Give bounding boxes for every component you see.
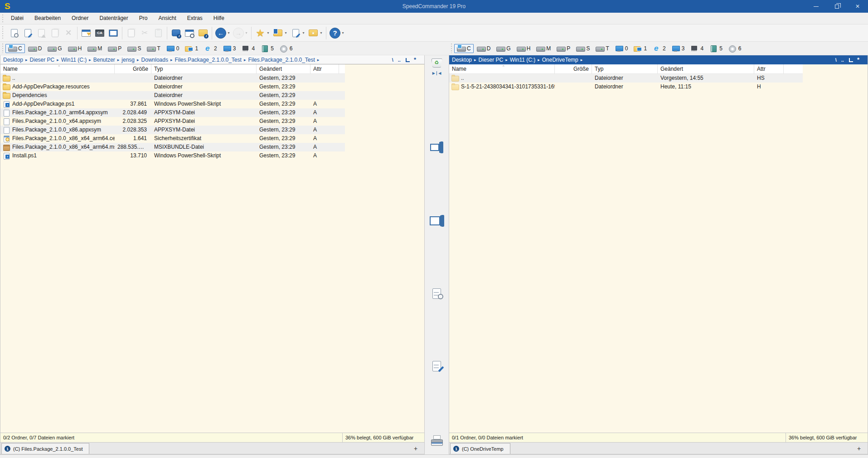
menu-item[interactable]: Bearbeiten (29, 13, 66, 24)
column-header-name[interactable]: Name⌃ (449, 64, 555, 74)
root-folder-icon[interactable]: \ (835, 56, 837, 64)
folder-properties-button[interactable]: ▾ (183, 27, 196, 39)
drive-button[interactable]: T (593, 44, 611, 53)
breadcrumb-segment[interactable]: jensg (121, 57, 136, 63)
back-button[interactable]: ▾ (214, 27, 232, 39)
drive-button[interactable]: 0 (612, 44, 631, 53)
folder-tab[interactable]: 1 (C) OneDriveTemp (450, 443, 510, 454)
menu-item[interactable]: Pro (134, 13, 153, 24)
file-row[interactable]: Dependencies Dateiordner Gestern, 23:29 (0, 91, 345, 100)
breadcrumb-segment[interactable]: Dieser PC (29, 57, 56, 63)
column-header-type[interactable]: Typ (151, 64, 257, 74)
file-row[interactable]: S-1-5-21-2438034341-3101735331-169365956… (449, 83, 803, 91)
parent-folder-icon[interactable]: .. (398, 56, 401, 64)
unpack-drop-target[interactable] (429, 213, 445, 229)
file-row[interactable]: Files.Package_2.1.0.0_arm64.appxsym 2.02… (0, 108, 345, 117)
drive-button[interactable]: H (514, 44, 533, 53)
folder-tab[interactable]: 1 (C) Files.Package_2.1.0.0_Test (1, 443, 89, 454)
close-button[interactable]: ✕ (847, 0, 868, 13)
drive-button[interactable]: 2 (650, 44, 669, 53)
drive-properties-button[interactable]: ▾ (169, 27, 183, 39)
edit-drop-target[interactable] (429, 358, 445, 374)
menu-item[interactable]: Extras (182, 13, 208, 24)
file-row[interactable]: Add-AppDevPackage.resources Dateiordner … (0, 83, 345, 91)
menu-item[interactable]: Datei (5, 13, 29, 24)
menu-item[interactable]: Ordner (66, 13, 94, 24)
file-row[interactable]: Add-AppDevPackage.ps1 37.861 Windows Pow… (0, 100, 345, 108)
drive-button[interactable]: 1 (631, 44, 650, 53)
dropdown-caret-icon[interactable]: ▾ (319, 31, 323, 35)
drive-button[interactable]: 1 (182, 44, 201, 53)
drive-button[interactable]: 4 (688, 44, 706, 53)
view-file-button[interactable]: ▾ (7, 27, 21, 39)
drive-button[interactable]: D (474, 44, 494, 53)
drive-button[interactable]: M (533, 44, 553, 53)
favorite-folders-button[interactable]: ▾ (306, 27, 324, 39)
path-bar-right[interactable]: Desktop▸Dieser PC▸Win11 (C:)▸OneDriveTem… (449, 55, 868, 64)
menu-item[interactable]: Hilfe (208, 13, 230, 24)
breadcrumb-segment[interactable]: Desktop (2, 57, 24, 63)
drive-button[interactable]: S (573, 44, 592, 53)
recycle-drop-target[interactable] (429, 55, 445, 71)
path-bar-left[interactable]: Desktop▸Dieser PC▸Win11 (C:)▸Benutzer▸je… (0, 55, 424, 64)
drive-button[interactable]: G (494, 44, 513, 53)
drive-button[interactable]: 5 (258, 44, 276, 53)
column-header-modified[interactable]: Geändert (658, 64, 754, 74)
drive-button[interactable]: C (5, 44, 25, 53)
breadcrumb-segment[interactable]: Desktop (451, 57, 473, 63)
pane-empty-area[interactable] (0, 160, 424, 433)
file-row[interactable]: Install.ps1 13.710 Windows PowerShell-Sk… (0, 151, 345, 160)
pane-empty-area[interactable] (449, 91, 868, 433)
select-frame-button[interactable]: ▾ (107, 27, 120, 39)
breadcrumb-segment[interactable]: Benutzer (92, 57, 116, 63)
quick-filter-icon[interactable]: * (857, 56, 859, 64)
folder-tree-icon[interactable] (405, 58, 409, 62)
view-drop-target[interactable] (429, 286, 445, 301)
file-row[interactable]: .. Dateiordner Gestern, 23:29 (0, 74, 345, 83)
filter-view-button[interactable]: ▾ (79, 27, 93, 39)
column-header-name[interactable]: Name⌃ (0, 64, 115, 74)
root-folder-icon[interactable]: \ (392, 56, 393, 64)
help-button[interactable]: ▾ (328, 27, 346, 39)
drive-button[interactable]: 2 (201, 44, 220, 53)
drive-button[interactable]: H (65, 44, 85, 53)
quick-edit-button[interactable]: ▾ (289, 27, 306, 39)
dropdown-caret-icon[interactable]: ▾ (227, 31, 231, 35)
toolbar-grip[interactable] (1, 26, 5, 39)
column-header-modified[interactable]: Geändert (257, 64, 310, 74)
folder-tree-icon[interactable] (849, 58, 853, 62)
breadcrumb-segment[interactable]: Win11 (C:) (509, 57, 536, 63)
breadcrumb-segment[interactable]: Files.Package_2.1.0.0_Test (247, 57, 315, 63)
favorites-button[interactable]: ▾ (253, 27, 271, 39)
parent-folder-icon[interactable]: .. (841, 56, 844, 64)
duplicate-file-button[interactable]: ▾ (48, 27, 62, 39)
drive-button[interactable]: P (554, 44, 573, 53)
drive-button[interactable]: C (454, 44, 474, 53)
dropdown-caret-icon[interactable]: ▾ (266, 31, 270, 35)
file-row[interactable]: Files.Package_2.1.0.0_x86_x64_arm64.msix… (0, 143, 345, 151)
paste-button[interactable]: ▾ (151, 27, 165, 39)
breadcrumb-segment[interactable]: Dieser PC (478, 57, 504, 63)
toolbar-grip[interactable] (1, 15, 5, 22)
drive-button[interactable]: M (85, 44, 105, 53)
drive-button[interactable]: 3 (669, 44, 688, 53)
column-header-attr[interactable]: Attr (310, 64, 339, 74)
cut-button[interactable]: ▾ (138, 27, 151, 39)
drive-button[interactable]: 6 (726, 44, 744, 53)
drive-button[interactable]: 6 (277, 44, 296, 53)
new-tab-button[interactable]: + (855, 445, 863, 452)
breadcrumb-segment[interactable]: Files.Package_2.1.0.0_Test (174, 57, 242, 63)
drive-button[interactable]: D (25, 44, 45, 53)
delete-button[interactable]: ▾ (62, 27, 75, 39)
column-header-attr[interactable]: Attr (754, 64, 784, 74)
file-info-button[interactable]: ▾ (196, 27, 210, 39)
toolbar-grip[interactable] (1, 44, 5, 53)
drive-button[interactable]: S (125, 44, 144, 53)
file-row[interactable]: .. Dateiordner Vorgestern, 14:55 HS (449, 74, 803, 83)
menu-item[interactable]: Ansicht (153, 13, 181, 24)
drive-button[interactable]: 5 (707, 44, 725, 53)
breadcrumb-segment[interactable]: OneDriveTemp (541, 57, 579, 63)
dropdown-caret-icon[interactable]: ▾ (341, 31, 345, 35)
column-header-type[interactable]: Typ (592, 64, 658, 74)
forward-button[interactable]: ▾ (232, 27, 249, 39)
